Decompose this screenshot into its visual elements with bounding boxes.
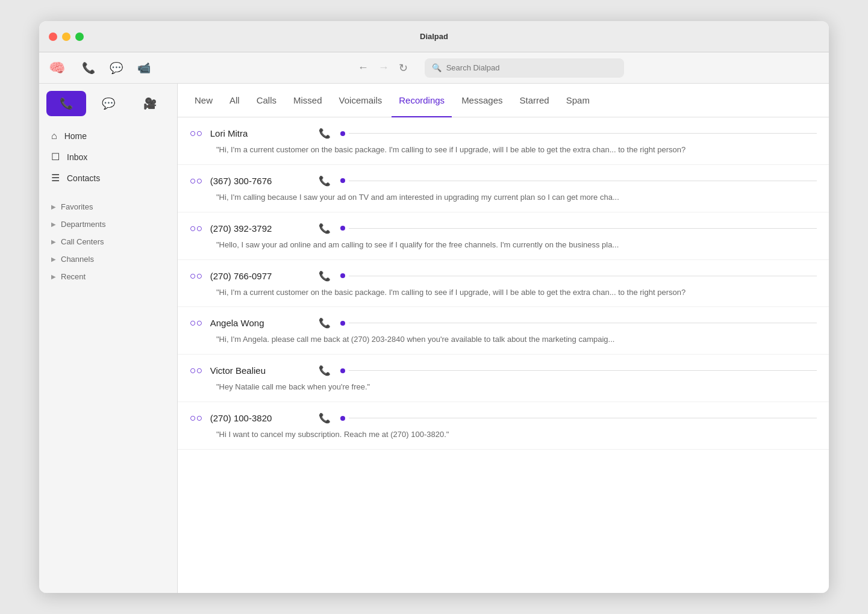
sidebar-item-departments[interactable]: ▶ Departments [44, 216, 172, 233]
contact-name: Lori Mitra [210, 128, 307, 138]
sidebar-item-home[interactable]: ⌂ Home [44, 126, 172, 146]
tab-voicemails[interactable]: Voicemails [332, 84, 390, 117]
titlebar: Dialpad [39, 21, 829, 52]
content-tabs: New All Calls Missed Voicemails Recordin… [178, 84, 829, 117]
main-layout: 📞 💬 🎥 ⌂ Home ☐ Inbox [39, 84, 829, 593]
call-icon[interactable]: 📞 [319, 223, 331, 234]
voicemail-icon: ○○ [190, 412, 203, 424]
departments-arrow-icon: ▶ [51, 221, 56, 228]
list-item: ○○ Angela Wong 📞 "Hi, I'm Angela. please… [178, 307, 829, 355]
tab-spam[interactable]: Spam [559, 84, 597, 117]
contacts-icon: ☰ [51, 172, 60, 184]
recording-text: "Hi, I'm calling because I saw your ad o… [190, 192, 817, 203]
tab-missed[interactable]: Missed [286, 84, 329, 117]
call-centers-arrow-icon: ▶ [51, 238, 56, 245]
sidebar-top-tabs: 📞 💬 🎥 [39, 84, 177, 123]
search-bar[interactable]: 🔍 [425, 58, 625, 78]
contact-name: (367) 300-7676 [210, 176, 307, 186]
contact-name: (270) 766-0977 [210, 271, 307, 281]
sidebar-item-inbox[interactable]: ☐ Inbox [44, 146, 172, 167]
recording-header: ○○ Victor Bealieu 📞 [190, 364, 817, 377]
recordings-list: ○○ Lori Mitra 📞 "Hi, I'm a current custo… [178, 117, 829, 593]
home-icon: ⌂ [51, 131, 57, 141]
recent-label: Recent [61, 272, 86, 281]
sidebar-tab-message[interactable]: 💬 [89, 91, 128, 116]
audio-dot [340, 178, 345, 183]
list-item: ○○ Victor Bealieu 📞 "Hey Natalie call me… [178, 355, 829, 402]
tab-new[interactable]: New [187, 84, 220, 117]
sidebar-item-channels[interactable]: ▶ Channels [44, 250, 172, 268]
tab-all[interactable]: All [222, 84, 247, 117]
video-nav-icon[interactable]: 📹 [137, 61, 151, 75]
message-nav-icon[interactable]: 💬 [110, 61, 123, 75]
call-icon[interactable]: 📞 [319, 175, 331, 187]
audio-bar[interactable] [340, 273, 817, 278]
voicemail-icon: ○○ [190, 317, 203, 329]
recording-text: "Hello, I saw your ad online and am call… [190, 240, 817, 251]
message-tab-icon: 💬 [102, 97, 115, 110]
recording-text: "Hi, I'm a current customer on the basic… [190, 144, 817, 156]
list-item: ○○ (270) 100-3820 📞 "Hi I want to cancel… [178, 402, 829, 450]
tab-messages[interactable]: Messages [454, 84, 510, 117]
close-button[interactable] [49, 33, 57, 41]
sidebar-item-contacts[interactable]: ☰ Contacts [44, 167, 172, 188]
audio-bar[interactable] [340, 131, 817, 136]
channels-label: Channels [61, 255, 94, 264]
audio-line [349, 276, 817, 276]
app-logo: 🧠 [49, 60, 65, 76]
recording-header: ○○ (270) 100-3820 📞 [190, 412, 817, 424]
audio-line [349, 323, 817, 323]
call-icon[interactable]: 📞 [319, 270, 331, 282]
audio-bar[interactable] [340, 226, 817, 231]
fullscreen-button[interactable] [75, 33, 84, 41]
recording-text: "Hi I want to cancel my subscription. Re… [190, 429, 817, 441]
sidebar-item-recent[interactable]: ▶ Recent [44, 268, 172, 285]
channels-arrow-icon: ▶ [51, 256, 56, 262]
favorites-arrow-icon: ▶ [51, 203, 56, 210]
audio-line [349, 228, 817, 229]
search-icon: 🔍 [432, 63, 442, 72]
sidebar-item-call-centers[interactable]: ▶ Call Centers [44, 233, 172, 250]
sidebar-tab-video[interactable]: 🎥 [130, 91, 170, 116]
window-controls [49, 33, 84, 41]
audio-bar[interactable] [340, 416, 817, 421]
audio-dot [340, 368, 345, 373]
recording-header: ○○ Angela Wong 📞 [190, 317, 817, 329]
contact-name: (270) 392-3792 [210, 223, 307, 234]
forward-button[interactable]: → [376, 59, 392, 77]
call-icon[interactable]: 📞 [319, 365, 331, 376]
call-icon[interactable]: 📞 [319, 412, 331, 424]
content-area: New All Calls Missed Voicemails Recordin… [178, 84, 829, 593]
audio-dot [340, 226, 345, 231]
sidebar-nav: ⌂ Home ☐ Inbox ☰ Contacts [39, 123, 177, 191]
nav-controls: ← → ↻ [355, 59, 410, 77]
voicemail-icon: ○○ [190, 364, 203, 377]
audio-line [349, 418, 817, 418]
contacts-label: Contacts [67, 173, 100, 183]
recording-text: "Hey Natalie call me back when you're fr… [190, 382, 817, 393]
recording-text: "Hi, I'm a current customer on the basic… [190, 287, 817, 299]
list-item: ○○ (270) 766-0977 📞 "Hi, I'm a current c… [178, 260, 829, 308]
audio-bar[interactable] [340, 178, 817, 183]
refresh-button[interactable]: ↻ [396, 59, 410, 77]
video-tab-icon: 🎥 [143, 97, 157, 110]
tab-calls[interactable]: Calls [249, 84, 284, 117]
phone-nav-icon[interactable]: 📞 [82, 61, 95, 75]
audio-bar[interactable] [340, 368, 817, 373]
back-button[interactable]: ← [355, 59, 371, 77]
tab-starred[interactable]: Starred [513, 84, 557, 117]
tab-recordings[interactable]: Recordings [392, 84, 452, 117]
search-input[interactable] [446, 63, 617, 72]
sidebar-item-favorites[interactable]: ▶ Favorites [44, 198, 172, 216]
voicemail-icon: ○○ [190, 175, 203, 187]
phone-tab-icon: 📞 [60, 97, 73, 110]
call-icon[interactable]: 📞 [319, 317, 331, 329]
minimize-button[interactable] [62, 33, 70, 41]
list-item: ○○ (270) 392-3792 📞 "Hello, I saw your a… [178, 212, 829, 260]
sidebar-tab-phone[interactable]: 📞 [46, 91, 86, 116]
audio-bar[interactable] [340, 321, 817, 326]
call-icon[interactable]: 📞 [319, 128, 331, 139]
toolbar: 🧠 📞 💬 📹 ← → ↻ 🔍 [39, 52, 829, 84]
departments-label: Departments [61, 220, 105, 229]
list-item: ○○ Lori Mitra 📞 "Hi, I'm a current custo… [178, 117, 829, 165]
